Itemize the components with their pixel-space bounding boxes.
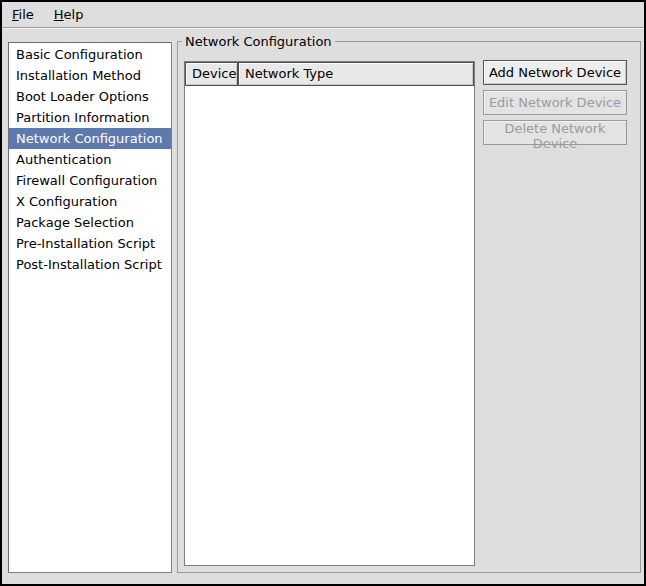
sidebar-item-post-installation-script[interactable]: Post-Installation Script — [9, 254, 171, 275]
network-configuration-frame: Network Configuration Device Network Typ… — [177, 41, 641, 573]
column-header-network-type[interactable]: Network Type — [238, 62, 474, 86]
frame-title: Network Configuration — [182, 33, 335, 50]
sidebar-item-basic-configuration[interactable]: Basic Configuration — [9, 44, 171, 65]
device-actions: Add Network Device Edit Network Device D… — [483, 60, 627, 150]
sidebar-item-x-configuration[interactable]: X Configuration — [9, 191, 171, 212]
edit-network-device-button[interactable]: Edit Network Device — [483, 90, 627, 115]
column-header-device[interactable]: Device — [185, 62, 238, 86]
sidebar-item-network-configuration[interactable]: Network Configuration — [9, 128, 171, 149]
menu-bar: File Help — [2, 2, 644, 28]
table-header-row: Device Network Type — [185, 62, 474, 86]
sidebar-item-pre-installation-script[interactable]: Pre-Installation Script — [9, 233, 171, 254]
sidebar-item-boot-loader-options[interactable]: Boot Loader Options — [9, 86, 171, 107]
menu-file[interactable]: File — [4, 3, 42, 26]
sidebar-item-package-selection[interactable]: Package Selection — [9, 212, 171, 233]
network-device-table: Device Network Type — [184, 61, 475, 566]
sidebar-item-authentication[interactable]: Authentication — [9, 149, 171, 170]
delete-network-device-button[interactable]: Delete Network Device — [483, 120, 627, 145]
kickstart-configurator-window: File Help Basic Configuration Installati… — [0, 0, 646, 586]
table-body-empty[interactable] — [185, 86, 474, 565]
add-network-device-button[interactable]: Add Network Device — [483, 60, 627, 85]
section-list: Basic Configuration Installation Method … — [8, 42, 172, 573]
sidebar-item-firewall-configuration[interactable]: Firewall Configuration — [9, 170, 171, 191]
sidebar-item-partition-information[interactable]: Partition Information — [9, 107, 171, 128]
menu-help[interactable]: Help — [46, 3, 92, 26]
sidebar-item-installation-method[interactable]: Installation Method — [9, 65, 171, 86]
